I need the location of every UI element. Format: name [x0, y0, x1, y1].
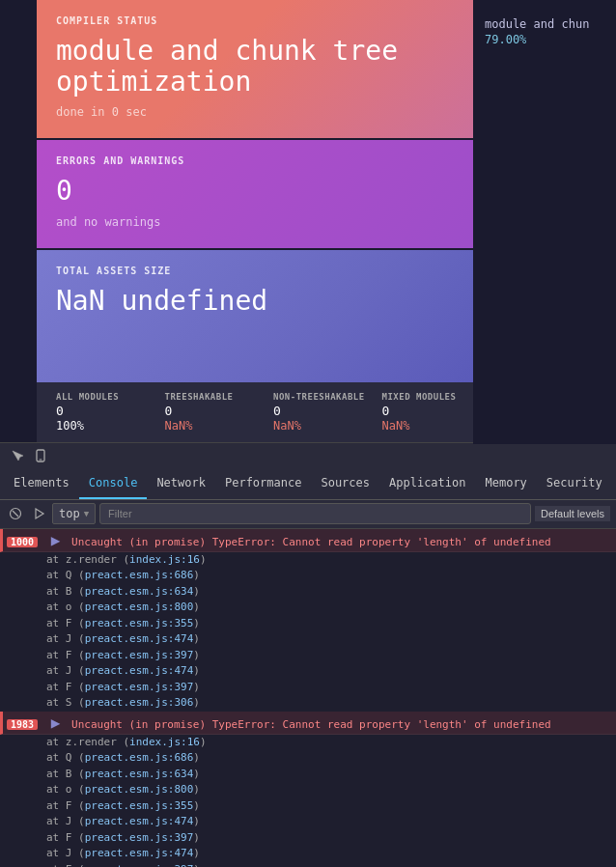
module-stat-2: NON-TREESHAKABLE 0 NaN% [273, 392, 382, 433]
devtools-section: ElementsConsoleNetworkPerformanceSources… [0, 442, 616, 867]
log-stack-link-0-7[interactable]: preact.esm.js:474 [85, 664, 194, 677]
right-status-text: module and chun [485, 15, 604, 33]
log-stack-line-0-0: at z.render (index.js:16) [0, 552, 616, 569]
module-stat-percent-0: 100% [56, 419, 165, 433]
chevron-down-icon: ▼ [84, 509, 89, 518]
log-stack-link-0-0[interactable]: index.js:16 [129, 553, 200, 566]
module-stat-count-1: 0 [165, 404, 274, 418]
log-stack-line-0-8: at F (preact.esm.js:397) [0, 680, 616, 696]
log-stack-line-1-8: at F (preact.esm.js:397) [0, 862, 616, 867]
log-stack-link-0-4[interactable]: preact.esm.js:355 [85, 617, 194, 629]
log-stack-line-1-6: at F (preact.esm.js:397) [0, 830, 616, 847]
log-stack-link-0-9[interactable]: preact.esm.js:306 [85, 696, 194, 709]
log-stack-line-1-7: at J (preact.esm.js:474) [0, 846, 616, 862]
log-stack-line-1-5: at J (preact.esm.js:474) [0, 814, 616, 830]
log-stack-line-1-0: at z.render (index.js:16) [0, 735, 616, 751]
log-stack-line-0-1: at Q (preact.esm.js:686) [0, 568, 616, 584]
tab-performance[interactable]: Performance [215, 469, 311, 499]
module-stat-label-0: ALL MODULES [56, 392, 165, 402]
log-badge-0: 1000 [7, 537, 38, 547]
log-stack-line-0-9: at S (preact.esm.js:306) [0, 695, 616, 712]
log-stack-link-0-1[interactable]: preact.esm.js:686 [85, 569, 194, 581]
log-stack-link-0-3[interactable]: preact.esm.js:800 [85, 601, 194, 613]
log-stack-link-0-5[interactable]: preact.esm.js:474 [85, 632, 194, 645]
log-stack-link-1-7[interactable]: preact.esm.js:474 [85, 847, 194, 859]
log-error-msg-0: Uncaught (in promise) TypeError: Cannot … [71, 536, 551, 548]
log-stack-line-1-3: at o (preact.esm.js:800) [0, 782, 616, 798]
log-stack-line-0-6: at F (preact.esm.js:397) [0, 648, 616, 664]
log-stack-line-0-2: at B (preact.esm.js:634) [0, 584, 616, 601]
log-stack-link-0-2[interactable]: preact.esm.js:634 [85, 585, 194, 598]
assets-panel: TOTAL ASSETS SIZE NaN undefined [37, 250, 510, 382]
right-status-panel: module and chun 79.00% [473, 0, 616, 444]
modules-bar: ALL MODULES 0 100% TREESHAKABLE 0 NaN% N… [37, 382, 510, 442]
log-stack-link-1-4[interactable]: preact.esm.js:355 [85, 799, 194, 812]
log-stack-link-1-2[interactable]: preact.esm.js:634 [85, 768, 194, 780]
svg-rect-1 [40, 460, 42, 461]
tab-sources[interactable]: Sources [311, 469, 379, 499]
errors-count: 0 [56, 176, 490, 207]
assets-label: TOTAL ASSETS SIZE [56, 266, 490, 276]
top-section: module and chun 79.00% COMPILER STATUS m… [0, 0, 616, 442]
mobile-icon-btn[interactable] [31, 446, 50, 465]
log-entry-0: 1000 ▶ Uncaught (in promise) TypeError: … [0, 529, 616, 552]
right-status-percent: 79.00% [485, 33, 604, 46]
tab-network[interactable]: Network [147, 469, 215, 499]
compiler-label: COMPILER STATUS [56, 15, 490, 26]
top-dropdown[interactable]: top ▼ [52, 503, 96, 524]
assets-value: NaN undefined [56, 286, 490, 317]
module-stat-percent-1: NaN% [165, 419, 274, 433]
log-stack-line-1-2: at B (preact.esm.js:634) [0, 767, 616, 783]
module-stat-percent-2: NaN% [273, 419, 382, 433]
log-stack-link-1-5[interactable]: preact.esm.js:474 [85, 815, 194, 827]
tab-application[interactable]: Application [379, 469, 475, 499]
log-stack-line-1-4: at F (preact.esm.js:355) [0, 798, 616, 815]
tab-memory[interactable]: Memory [476, 469, 537, 499]
log-stack-link-1-1[interactable]: preact.esm.js:686 [85, 751, 194, 764]
log-stack-line-1-1: at Q (preact.esm.js:686) [0, 750, 616, 767]
pause-on-exceptions-btn[interactable] [29, 504, 48, 523]
filter-input[interactable] [99, 503, 531, 524]
devtools-toolbar [0, 442, 616, 469]
module-stat-label-1: TREESHAKABLE [165, 392, 274, 402]
app-wrapper: module and chun 79.00% COMPILER STATUS m… [0, 0, 616, 867]
tab-elements[interactable]: Elements [4, 469, 79, 499]
log-stack-link-1-0[interactable]: index.js:16 [129, 736, 200, 748]
log-stack-line-0-7: at J (preact.esm.js:474) [0, 663, 616, 680]
compiler-panel: COMPILER STATUS module and chunk tree op… [37, 0, 510, 138]
log-stack-link-1-6[interactable]: preact.esm.js:397 [85, 831, 194, 844]
log-stack-link-1-8[interactable]: preact.esm.js:397 [85, 863, 194, 867]
module-stat-count-2: 0 [273, 404, 382, 418]
devtools-tabs: ElementsConsoleNetworkPerformanceSources… [0, 469, 616, 500]
module-stat-1: TREESHAKABLE 0 NaN% [165, 392, 274, 433]
log-stack-link-0-6[interactable]: preact.esm.js:397 [85, 649, 194, 661]
main-area: module and chun 79.00% COMPILER STATUS m… [0, 0, 616, 867]
default-levels-btn[interactable]: Default levels [535, 506, 610, 521]
console-toolbar: top ▼ Default levels [0, 500, 616, 529]
tab-console[interactable]: Console [79, 469, 148, 499]
module-stat-count-0: 0 [56, 404, 165, 418]
log-stack-line-0-3: at o (preact.esm.js:800) [0, 600, 616, 616]
compiler-title: module and chunk tree optimization [56, 36, 490, 98]
cursor-icon-btn[interactable] [8, 446, 27, 465]
log-stack-line-0-5: at J (preact.esm.js:474) [0, 631, 616, 648]
module-stat-label-2: NON-TREESHAKABLE [273, 392, 382, 402]
tab-au[interactable]: Au [612, 469, 616, 499]
compiler-subtitle: done in 0 sec [56, 105, 490, 119]
panels-container: COMPILER STATUS module and chunk tree op… [37, 0, 510, 382]
svg-line-3 [13, 511, 18, 517]
svg-marker-4 [36, 509, 43, 518]
errors-panel: ERRORS AND WARNINGS 0 and no warnings [37, 140, 510, 247]
log-entry-1: 1983 ▶ Uncaught (in promise) TypeError: … [0, 712, 616, 735]
clear-console-btn[interactable] [6, 504, 25, 523]
module-stat-0: ALL MODULES 0 100% [56, 392, 165, 433]
errors-subtitle: and no warnings [56, 215, 490, 229]
console-log-area: 1000 ▶ Uncaught (in promise) TypeError: … [0, 529, 616, 867]
log-badge-1: 1983 [7, 719, 38, 730]
tab-security[interactable]: Security [537, 469, 612, 499]
errors-label: ERRORS AND WARNINGS [56, 155, 490, 166]
log-arrow-1[interactable]: ▶ [51, 713, 61, 732]
log-arrow-0[interactable]: ▶ [51, 531, 61, 549]
log-stack-link-1-3[interactable]: preact.esm.js:800 [85, 783, 194, 796]
log-stack-link-0-8[interactable]: preact.esm.js:397 [85, 681, 194, 693]
